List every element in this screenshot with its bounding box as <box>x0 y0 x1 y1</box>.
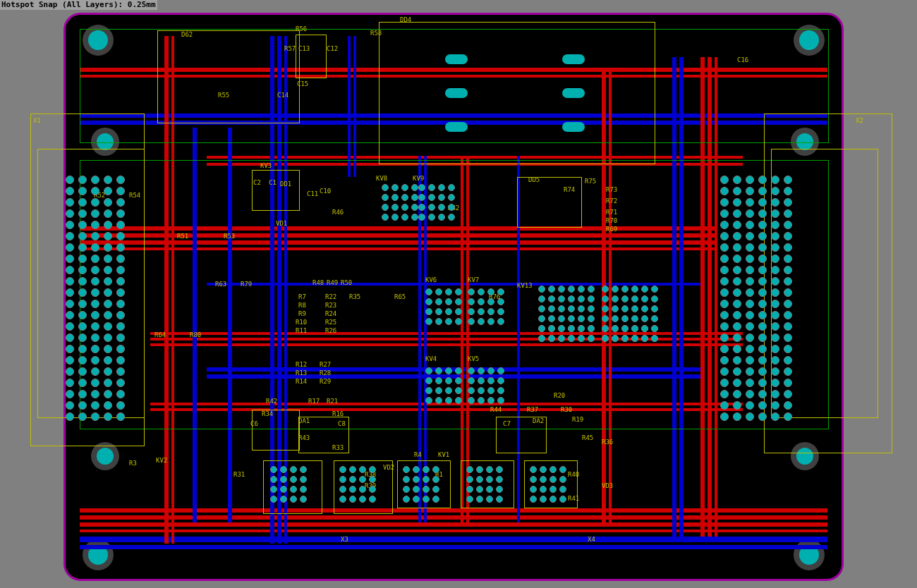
pad <box>476 466 483 473</box>
pad <box>270 466 277 473</box>
pad <box>300 466 307 473</box>
pad <box>104 232 112 240</box>
pad <box>641 325 648 332</box>
pad <box>784 412 792 421</box>
pad <box>91 412 99 421</box>
designator: C12 <box>327 46 338 52</box>
component-outline <box>379 22 655 164</box>
pad <box>538 286 545 293</box>
pad <box>487 397 494 404</box>
pad <box>720 333 729 342</box>
pad <box>720 176 729 184</box>
designator: DD5 <box>528 177 540 183</box>
pad <box>602 305 609 312</box>
pad <box>588 295 595 302</box>
pad <box>651 295 658 302</box>
designator: D62 <box>181 32 193 38</box>
pad <box>339 466 346 473</box>
pad <box>720 198 729 207</box>
pad <box>104 367 112 376</box>
pad <box>280 476 287 483</box>
pad <box>746 390 754 398</box>
pad <box>411 194 418 201</box>
pad <box>116 187 125 195</box>
designator: R75 <box>585 178 596 185</box>
designator: C1 <box>269 180 277 186</box>
designator: KV7 <box>468 277 479 283</box>
designator: R53 <box>224 233 235 240</box>
pad <box>559 476 566 483</box>
pad <box>78 209 87 218</box>
pad <box>497 387 504 394</box>
designator: R20 <box>554 393 565 399</box>
pad <box>720 322 729 331</box>
pad <box>568 295 575 302</box>
pad <box>78 412 87 421</box>
designator: R50 <box>341 280 352 286</box>
pad <box>612 286 619 293</box>
pad <box>435 377 442 384</box>
pad <box>578 315 585 322</box>
pad <box>448 184 455 191</box>
pad <box>733 198 741 207</box>
pad <box>432 466 439 473</box>
pad <box>746 379 754 387</box>
pad <box>116 390 125 398</box>
slot-pad <box>562 88 585 98</box>
pad <box>549 496 557 503</box>
pad <box>497 367 504 374</box>
pad <box>300 496 307 503</box>
pad <box>476 486 483 493</box>
pad <box>78 277 87 286</box>
pad <box>468 298 475 305</box>
pad <box>445 397 452 404</box>
pad <box>391 184 399 191</box>
pad <box>116 322 125 331</box>
pad <box>270 476 277 483</box>
pad <box>413 486 420 493</box>
pad <box>270 496 277 503</box>
pad <box>104 345 112 353</box>
pad <box>588 305 595 312</box>
designator: R13 <box>296 370 307 376</box>
pad <box>631 315 638 322</box>
pad <box>784 333 792 342</box>
pad <box>428 184 435 191</box>
pad <box>720 288 729 297</box>
pad <box>423 496 430 503</box>
pad <box>758 322 767 331</box>
pad <box>104 401 112 410</box>
pad <box>486 476 493 483</box>
pad <box>641 295 648 302</box>
pad <box>425 387 432 394</box>
pad <box>78 379 87 387</box>
pcb-board[interactable]: placeholder DD4 R56 R58 D62 R57 C13 C12 … <box>63 13 844 581</box>
pad <box>771 277 779 286</box>
pad <box>66 176 74 184</box>
pad <box>116 243 125 252</box>
pad <box>391 214 399 221</box>
slot-pad <box>445 122 468 132</box>
pad <box>448 204 455 211</box>
pad <box>116 412 125 421</box>
pad <box>91 333 99 342</box>
pad <box>290 496 297 503</box>
pad <box>455 377 462 384</box>
pad <box>91 345 99 353</box>
pad <box>530 496 537 503</box>
pad <box>91 232 99 240</box>
pad <box>602 315 609 322</box>
pad <box>631 286 638 293</box>
pad <box>771 333 779 342</box>
pad <box>784 198 792 207</box>
pad <box>280 466 287 473</box>
pad <box>771 401 779 410</box>
pad <box>771 356 779 365</box>
pad <box>784 221 792 229</box>
pad <box>91 277 99 286</box>
pad <box>466 466 473 473</box>
pad <box>435 288 442 295</box>
pad <box>771 379 779 387</box>
pad <box>478 377 485 384</box>
component-outline <box>517 177 582 228</box>
